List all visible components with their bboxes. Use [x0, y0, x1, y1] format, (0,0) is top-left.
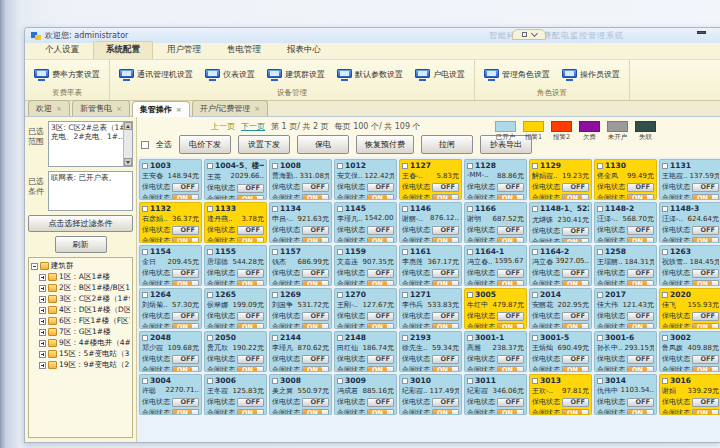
meter-checkbox[interactable] [532, 292, 538, 298]
tree-item[interactable]: 7区：G区1#楼 [31, 327, 130, 337]
ribbon-button-操作员设置[interactable]: 操作员设置 [557, 66, 625, 84]
meter-checkbox[interactable] [597, 249, 603, 255]
toolbar-button-电价下发[interactable]: 电价下发 [179, 135, 231, 154]
choose-filter-button[interactable]: 点击选择过滤条件 [28, 215, 133, 232]
meter-checkbox[interactable] [662, 378, 668, 384]
guard-toggle[interactable]: OFF [432, 226, 459, 235]
meter-checkbox[interactable] [402, 249, 408, 255]
guard-toggle[interactable]: OFF [302, 312, 329, 321]
menu-item-个人设置[interactable]: 个人设置 [33, 42, 91, 59]
guard-toggle[interactable]: OFF [692, 226, 719, 235]
guard-toggle[interactable]: OFF [237, 355, 264, 364]
meter-checkbox[interactable] [662, 335, 668, 341]
switch-toggle[interactable]: ON [497, 323, 524, 330]
switch-toggle[interactable]: ON [692, 194, 719, 201]
guard-toggle[interactable]: OFF [497, 355, 524, 364]
menu-item-用户管理[interactable]: 用户管理 [155, 42, 213, 59]
meter-checkbox[interactable] [467, 292, 473, 298]
meter-checkbox[interactable] [337, 163, 343, 169]
meter-checkbox[interactable] [532, 378, 538, 384]
meter-checkbox[interactable] [662, 292, 668, 298]
switch-toggle[interactable]: ON [627, 237, 654, 244]
guard-toggle[interactable]: OFF [692, 398, 719, 407]
switch-toggle[interactable]: ON [627, 409, 654, 416]
switch-toggle[interactable]: ON [627, 194, 654, 201]
guard-toggle[interactable]: OFF [627, 312, 654, 321]
guard-toggle[interactable]: OFF [627, 269, 654, 278]
switch-toggle[interactable]: ON [302, 366, 329, 373]
toolbar-button-保电[interactable]: 保电 [297, 135, 349, 154]
guard-toggle[interactable]: OFF [562, 355, 589, 364]
switch-toggle[interactable]: ON [302, 194, 329, 201]
switch-toggle[interactable]: ON [302, 237, 329, 244]
meter-checkbox[interactable] [467, 249, 473, 255]
meter-checkbox[interactable] [207, 292, 213, 298]
collapse-icon[interactable] [31, 263, 38, 270]
switch-toggle[interactable]: ON [302, 323, 329, 330]
switch-toggle[interactable]: ON [562, 238, 589, 244]
meter-checkbox[interactable] [207, 163, 213, 169]
switch-toggle[interactable]: ON [692, 237, 719, 244]
switch-toggle[interactable]: ON [367, 237, 394, 244]
guard-toggle[interactable]: OFF [562, 269, 589, 278]
meter-checkbox[interactable] [142, 292, 148, 298]
guard-toggle[interactable]: OFF [367, 355, 394, 364]
switch-toggle[interactable]: ON [627, 280, 654, 287]
meter-checkbox[interactable] [207, 335, 213, 341]
switch-toggle[interactable]: ON [172, 409, 199, 416]
guard-toggle[interactable]: OFF [497, 269, 524, 278]
meter-checkbox[interactable] [207, 249, 213, 255]
meter-checkbox[interactable] [662, 249, 668, 255]
guard-toggle[interactable]: OFF [172, 269, 199, 278]
switch-toggle[interactable]: ON [562, 323, 589, 330]
expand-icon[interactable] [39, 340, 46, 347]
switch-toggle[interactable]: ON [367, 280, 394, 287]
scroll-up-icon[interactable] [124, 122, 132, 130]
tab-欢迎[interactable]: 欢迎× [28, 100, 70, 116]
minimize-icon[interactable] [697, 31, 706, 34]
switch-toggle[interactable]: ON [562, 366, 589, 373]
tab-close-icon[interactable]: × [254, 105, 260, 113]
guard-toggle[interactable]: OFF [367, 398, 394, 407]
switch-toggle[interactable]: ON [432, 366, 459, 373]
expand-icon[interactable] [39, 285, 46, 292]
meter-checkbox[interactable] [272, 206, 278, 212]
switch-toggle[interactable]: ON [497, 280, 524, 287]
guard-toggle[interactable]: OFF [692, 183, 719, 192]
guard-toggle[interactable]: OFF [497, 183, 524, 192]
tree-item[interactable]: 1区：A区1#楼 [31, 272, 130, 282]
switch-toggle[interactable]: ON [432, 280, 459, 287]
guard-toggle[interactable]: OFF [627, 355, 654, 364]
guard-toggle[interactable]: OFF [172, 398, 199, 407]
guard-toggle[interactable]: OFF [367, 312, 394, 321]
meter-checkbox[interactable] [142, 335, 148, 341]
guard-toggle[interactable]: OFF [562, 398, 589, 407]
ribbon-button-费率方案设置[interactable]: 费率方案设置 [29, 66, 105, 84]
switch-toggle[interactable]: ON [497, 237, 524, 244]
guard-toggle[interactable]: OFF [692, 355, 719, 364]
meter-checkbox[interactable] [467, 206, 473, 212]
meter-checkbox[interactable] [272, 163, 278, 169]
guard-toggle[interactable]: OFF [432, 312, 459, 321]
meter-checkbox[interactable] [402, 378, 408, 384]
guard-toggle[interactable]: OFF [302, 355, 329, 364]
switch-toggle[interactable]: ON [432, 409, 459, 416]
switch-toggle[interactable]: ON [237, 323, 264, 330]
meter-checkbox[interactable] [207, 378, 213, 384]
switch-toggle[interactable]: ON [692, 409, 719, 416]
tab-close-icon[interactable]: × [176, 106, 182, 114]
guard-toggle[interactable]: OFF [627, 226, 654, 235]
guard-toggle[interactable]: OFF [237, 184, 264, 193]
tab-close-icon[interactable]: × [116, 105, 122, 113]
guard-toggle[interactable]: OFF [367, 269, 394, 278]
menu-item-售电管理[interactable]: 售电管理 [215, 42, 273, 59]
guard-toggle[interactable]: OFF [627, 183, 654, 192]
selected-filter-box[interactable]: 联网表: 已开户表。 [48, 171, 133, 211]
switch-toggle[interactable]: ON [302, 409, 329, 416]
guard-toggle[interactable]: OFF [302, 269, 329, 278]
tab-新管售电[interactable]: 新管售电× [72, 100, 130, 116]
tab-开户/记费管理[interactable]: 开户/记费管理× [192, 100, 269, 116]
switch-toggle[interactable]: ON [562, 409, 589, 416]
meter-checkbox[interactable] [467, 163, 473, 169]
refresh-button[interactable]: 刷新 [55, 236, 107, 253]
